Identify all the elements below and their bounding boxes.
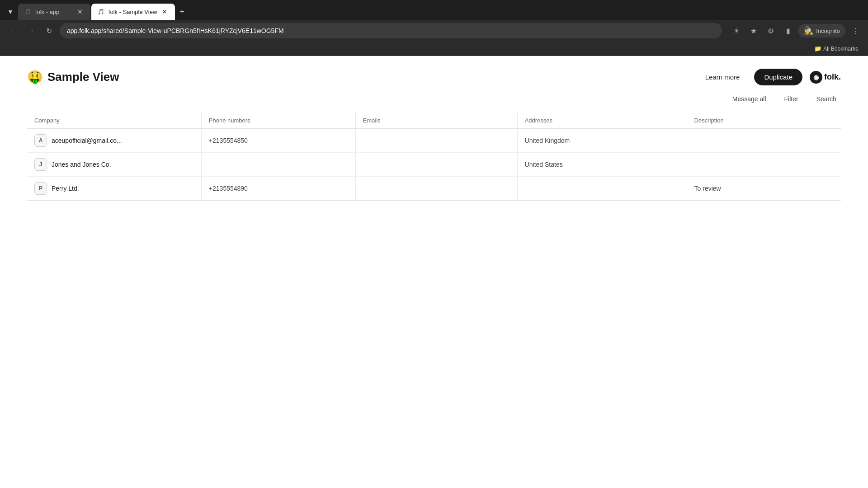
sub-actions: Message all Filter Search xyxy=(0,91,868,113)
chrome-sync-icon[interactable]: ⚙ xyxy=(764,23,778,38)
company-cell-1: J Jones and Jones Co. xyxy=(34,158,194,171)
folder-icon: 📁 xyxy=(814,45,821,52)
contacts-table: Company Phone numbers Emails Addresses D xyxy=(27,113,841,201)
tab-bar: ▼ 🎵 folk - app ✕ 🎵 folk - Sample View ✕ … xyxy=(0,0,868,20)
table-row[interactable]: P Perry Ltd. +2135554890 To review xyxy=(27,177,841,201)
incognito-label: Incognito xyxy=(816,28,840,34)
tab-label-sample-view: folk - Sample View xyxy=(108,9,157,15)
cell-address-1: United States xyxy=(517,153,687,177)
cell-email-1 xyxy=(355,153,517,177)
bookmark-icon[interactable]: ★ xyxy=(746,23,761,38)
all-bookmarks-label: All Bookmarks xyxy=(823,46,858,52)
incognito-icon: 🕵 xyxy=(803,26,813,36)
new-tab-button[interactable]: + xyxy=(176,6,188,18)
tab-folk-app[interactable]: 🎵 folk - app ✕ xyxy=(18,4,90,20)
cell-company-1: J Jones and Jones Co. xyxy=(27,153,201,177)
page-header: 🤑 Sample View Learn more Duplicate ◉ fol… xyxy=(0,56,868,91)
tab-folk-sample-view[interactable]: 🎵 folk - Sample View ✕ xyxy=(91,4,175,20)
duplicate-button[interactable]: Duplicate xyxy=(754,69,802,85)
tab-favicon-folk-app: 🎵 xyxy=(24,8,32,15)
column-header-address: Addresses xyxy=(517,113,687,129)
cell-phone-0: +2135554850 xyxy=(201,129,355,153)
folk-logo: ◉ folk. xyxy=(810,71,841,84)
company-name-1: Jones and Jones Co. xyxy=(52,161,111,168)
folk-logo-icon: ◉ xyxy=(810,71,822,84)
column-header-email: Emails xyxy=(355,113,517,129)
table-row[interactable]: A aceupofficial@gmail.co... +2135554850 … xyxy=(27,129,841,153)
cell-phone-2: +2135554890 xyxy=(201,177,355,201)
table-row[interactable]: J Jones and Jones Co. United States xyxy=(27,153,841,177)
forward-button[interactable]: → xyxy=(24,23,38,38)
cell-description-2: To review xyxy=(687,177,841,201)
tab-favicon-sample-view: 🎵 xyxy=(98,8,105,15)
cell-address-0: United Kingdom xyxy=(517,129,687,153)
avatar-1: J xyxy=(34,158,47,171)
nav-bar: ← → ↻ ☀ ★ ⚙ ▮ 🕵 Incognito ⋮ xyxy=(0,20,868,42)
page-title-area: 🤑 Sample View xyxy=(27,70,119,84)
address-bar[interactable] xyxy=(60,23,722,38)
cell-company-0: A aceupofficial@gmail.co... xyxy=(27,129,201,153)
avatar-0: A xyxy=(34,134,47,147)
company-name-0: aceupofficial@gmail.co... xyxy=(52,137,122,144)
incognito-indicator[interactable]: 🕵 Incognito xyxy=(798,24,845,38)
folk-logo-text: folk. xyxy=(824,72,841,82)
reload-button[interactable]: ↻ xyxy=(42,23,56,38)
cell-email-2 xyxy=(355,177,517,201)
tab-list-button[interactable]: ▼ xyxy=(4,6,17,17)
table-header-row: Company Phone numbers Emails Addresses D xyxy=(27,113,841,129)
address-1: United States xyxy=(525,161,563,168)
phone-0: +2135554850 xyxy=(209,137,248,144)
message-all-button[interactable]: Message all xyxy=(728,93,771,105)
cell-address-2 xyxy=(517,177,687,201)
description-2: To review xyxy=(694,185,721,192)
cell-description-1 xyxy=(687,153,841,177)
company-cell-0: A aceupofficial@gmail.co... xyxy=(34,134,194,147)
column-header-company: Company xyxy=(27,113,201,129)
all-bookmarks-button[interactable]: 📁 All Bookmarks xyxy=(811,44,861,53)
cell-description-0 xyxy=(687,129,841,153)
split-screen-icon[interactable]: ▮ xyxy=(781,23,795,38)
tab-close-sample-view[interactable]: ✕ xyxy=(160,8,169,16)
page-emoji: 🤑 xyxy=(27,70,43,84)
filter-button[interactable]: Filter xyxy=(780,93,803,105)
tab-close-folk-app[interactable]: ✕ xyxy=(76,8,84,16)
company-cell-2: P Perry Ltd. xyxy=(34,182,194,195)
phone-2: +2135554890 xyxy=(209,185,248,192)
table-container: Company Phone numbers Emails Addresses D xyxy=(0,113,868,201)
cell-phone-1 xyxy=(201,153,355,177)
learn-more-button[interactable]: Learn more xyxy=(698,70,747,84)
company-name-2: Perry Ltd. xyxy=(52,185,79,192)
column-header-phone: Phone numbers xyxy=(201,113,355,129)
page-content: 🤑 Sample View Learn more Duplicate ◉ fol… xyxy=(0,56,868,488)
bookmarks-bar: 📁 All Bookmarks xyxy=(0,42,868,56)
address-0: United Kingdom xyxy=(525,137,570,144)
header-actions: Learn more Duplicate ◉ folk. xyxy=(698,69,841,85)
cell-email-0 xyxy=(355,129,517,153)
avatar-2: P xyxy=(34,182,47,195)
column-header-description: Description xyxy=(687,113,841,129)
search-button[interactable]: Search xyxy=(812,93,841,105)
more-options-button[interactable]: ⋮ xyxy=(848,23,863,38)
page-title: Sample View xyxy=(47,70,119,84)
cast-icon[interactable]: ☀ xyxy=(729,23,744,38)
nav-right-actions: ☀ ★ ⚙ ▮ 🕵 Incognito ⋮ xyxy=(729,23,863,38)
browser-window: ▼ 🎵 folk - app ✕ 🎵 folk - Sample View ✕ … xyxy=(0,0,868,488)
cell-company-2: P Perry Ltd. xyxy=(27,177,201,201)
back-button[interactable]: ← xyxy=(5,23,20,38)
tab-label-folk-app: folk - app xyxy=(35,9,72,15)
